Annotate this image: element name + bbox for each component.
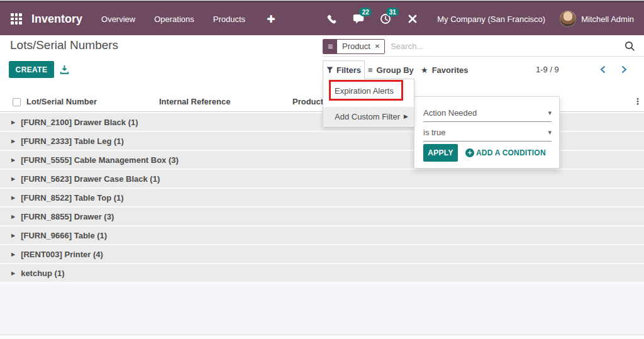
expand-caret-icon: ▶ — [11, 270, 15, 276]
filter-field-value: Action Needed — [423, 108, 477, 118]
group-row-label: [FURN_5555] Cable Management Box (3) — [21, 155, 179, 165]
group-row[interactable]: ▶[FURN_8522] Table Top (1) — [0, 189, 644, 208]
menu-operations[interactable]: Operations — [154, 14, 194, 24]
search-underline — [323, 56, 644, 57]
group-row-label: [FURN_9666] Table (1) — [21, 231, 107, 240]
expand-caret-icon: ▶ — [11, 195, 15, 201]
create-button[interactable]: CREATE — [9, 61, 54, 78]
top-navbar: Inventory Overview Operations Products ✚… — [0, 1, 644, 35]
filter-field-select[interactable]: Action Needed ▾ — [423, 104, 552, 122]
star-icon: ★ — [421, 65, 428, 75]
apps-grid-icon[interactable] — [11, 13, 22, 25]
favorites-label: Favorites — [432, 65, 469, 75]
filters-label: Filters — [336, 65, 361, 75]
add-custom-filter-label: Add Custom Filter — [335, 112, 400, 121]
expand-caret-icon: ▶ — [11, 176, 15, 182]
window-top-line — [0, 0, 644, 1]
column-product[interactable]: Product — [292, 97, 323, 106]
app-name[interactable]: Inventory — [31, 13, 82, 26]
menu-item-expiration-alerts[interactable]: Expiration Alerts — [323, 81, 414, 101]
column-internal-reference[interactable]: Internal Reference — [159, 97, 230, 106]
expand-caret-icon: ▶ — [11, 119, 15, 125]
group-by-icon: ≡ — [368, 65, 373, 75]
plus-icon[interactable]: ✚ — [267, 13, 275, 25]
apply-button[interactable]: APPLY — [423, 144, 458, 162]
activities-badge: 31 — [386, 8, 399, 16]
facet-label: Product — [337, 42, 375, 51]
page-title: Lots/Serial Numbers — [10, 38, 118, 52]
custom-filter-panel: Action Needed ▾ is true ▾ APPLY + ADD A … — [414, 96, 560, 169]
menu-products[interactable]: Products — [213, 14, 245, 24]
group-row-label: [FURN_8855] Drawer (3) — [21, 212, 114, 221]
app-window: Inventory Overview Operations Products ✚… — [0, 0, 644, 339]
group-by-label: Group By — [377, 65, 414, 75]
expand-caret-icon: ▶ — [11, 233, 15, 238]
search-icon[interactable] — [625, 41, 635, 52]
group-by-toggle[interactable]: ≡ Group By — [368, 60, 414, 79]
expand-caret-icon: ▶ — [11, 157, 15, 163]
submenu-arrow-icon: ▶ — [404, 113, 414, 119]
column-lot-serial-number[interactable]: Lot/Serial Number — [26, 97, 97, 106]
filter-funnel-icon — [326, 67, 333, 74]
expand-caret-icon: ▶ — [11, 138, 15, 144]
filter-operator-value: is true — [423, 128, 445, 137]
group-row[interactable]: ▶ketchup (1) — [0, 264, 644, 283]
pager-range: 1-9 / 9 — [536, 65, 559, 74]
user-menu[interactable]: Mitchell Admin — [560, 11, 634, 27]
group-row-label: [FURN_8522] Table Top (1) — [21, 193, 123, 203]
filters-dropdown: Expiration Alerts Add Custom Filter ▶ — [323, 79, 414, 127]
optional-columns-icon[interactable]: ⋮ — [633, 96, 642, 106]
group-row[interactable]: ▶[RENT003] Printer (4) — [0, 245, 644, 264]
phone-icon[interactable] — [325, 13, 338, 25]
activities-icon[interactable]: 31 — [379, 13, 392, 25]
search-facet-product[interactable]: ≡ Product ✕ — [323, 39, 385, 54]
plus-circle-icon: + — [465, 148, 474, 157]
chevron-down-icon: ▾ — [548, 128, 552, 136]
pager-previous-icon[interactable] — [596, 63, 609, 75]
group-row-label: [FURN_2333] Table Leg (1) — [21, 136, 124, 146]
messages-icon[interactable]: 22 — [352, 13, 365, 25]
company-switcher[interactable]: My Company (San Francisco) — [437, 14, 545, 24]
export-icon[interactable] — [60, 65, 69, 77]
pager-next-icon[interactable] — [618, 63, 630, 75]
facet-category-icon: ≡ — [323, 39, 337, 54]
messages-badge: 22 — [359, 8, 372, 16]
group-row[interactable]: ▶[FURN_5623] Drawer Case Black (1) — [0, 170, 644, 189]
list-empty-area — [0, 283, 644, 335]
expand-caret-icon: ▶ — [11, 214, 15, 220]
filter-operator-select[interactable]: is true ▾ — [423, 124, 552, 142]
facet-remove-icon[interactable]: ✕ — [375, 43, 384, 50]
menu-item-add-custom-filter[interactable]: Add Custom Filter ▶ — [323, 107, 414, 126]
user-name: Mitchell Admin — [581, 14, 634, 24]
group-row-label: [FURN_5623] Drawer Case Black (1) — [21, 174, 160, 184]
filters-toggle[interactable]: Filters — [323, 60, 365, 79]
navbar-left: Inventory Overview Operations Products ✚ — [0, 13, 275, 26]
user-avatar — [560, 11, 576, 27]
developer-tools-icon[interactable] — [406, 13, 419, 25]
group-row-label: ketchup (1) — [21, 269, 64, 278]
add-condition-button[interactable]: + ADD A CONDITION — [465, 144, 546, 162]
group-row[interactable]: ▶[FURN_8855] Drawer (3) — [0, 208, 644, 226]
navbar-right: 22 31 My Company (San Francisco) Mitchel… — [325, 11, 644, 27]
search-input[interactable] — [385, 42, 625, 51]
group-row[interactable]: ▶[FURN_9666] Table (1) — [0, 226, 644, 245]
favorites-toggle[interactable]: ★ Favorites — [421, 60, 468, 79]
group-row-label: [RENT003] Printer (4) — [21, 250, 103, 259]
group-row-label: [FURN_2100] Drawer Black (1) — [21, 118, 138, 127]
chevron-down-icon: ▾ — [548, 109, 552, 117]
search-bar: ≡ Product ✕ — [323, 38, 635, 54]
select-all-checkbox[interactable] — [13, 98, 21, 106]
menu-overview[interactable]: Overview — [101, 14, 135, 24]
add-condition-label: ADD A CONDITION — [476, 148, 546, 157]
expand-caret-icon: ▶ — [11, 252, 15, 257]
